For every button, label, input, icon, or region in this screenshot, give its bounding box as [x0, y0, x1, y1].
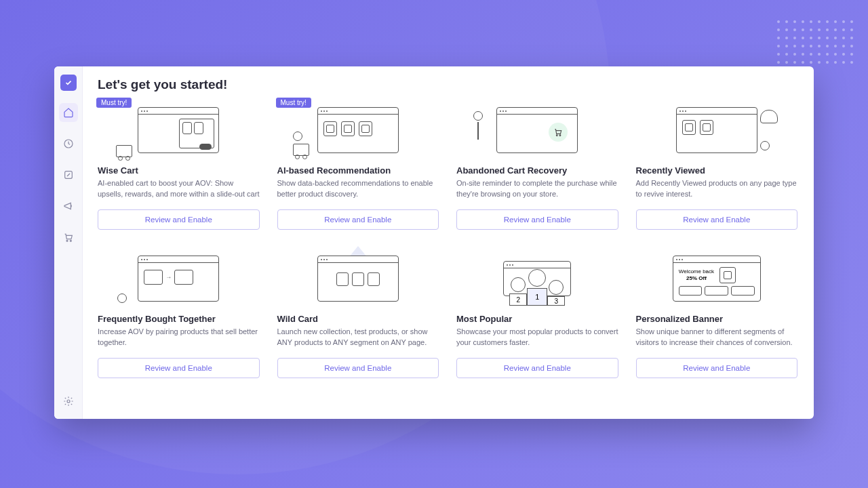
card-frequently-bought: → Frequently Bought Together Increase AO…	[98, 247, 260, 378]
sidebar	[54, 66, 83, 419]
card-wise-cart: Must try! Wise Cart AI-enabled cart to b	[98, 99, 260, 230]
card-wild-card: Wild Card Launch new collection, test pr…	[277, 247, 439, 378]
app-logo	[60, 75, 77, 91]
card-desc: On-site reminder to complete the purchas…	[456, 178, 618, 200]
nav-megaphone-icon[interactable]	[59, 197, 78, 216]
card-most-popular: 2 1 3 Most Popular Showcase your most po…	[456, 247, 618, 378]
svg-point-3	[70, 240, 71, 241]
card-recently-viewed: Recently Viewed Add Recently Viewed prod…	[636, 99, 798, 230]
nav-compass-icon[interactable]	[59, 165, 78, 184]
card-personalized-banner: Welcome back 25% Off Personalized Banner	[636, 247, 798, 378]
illustration: →	[98, 247, 260, 310]
card-title: Wise Cart	[98, 165, 260, 176]
card-abandoned-cart: Abandoned Cart Recovery On-site reminder…	[456, 99, 618, 230]
card-desc: Show data-backed recommendations to enab…	[277, 178, 439, 200]
review-enable-button[interactable]: Review and Enable	[277, 209, 439, 230]
illustration: 2 1 3	[456, 247, 618, 310]
svg-point-4	[67, 400, 70, 403]
must-try-badge: Must try!	[276, 98, 311, 108]
review-enable-button[interactable]: Review and Enable	[456, 209, 618, 230]
must-try-badge: Must try!	[96, 98, 132, 108]
card-title: Most Popular	[456, 314, 618, 324]
card-title: Frequently Bought Together	[98, 314, 260, 324]
illustration	[456, 99, 618, 161]
page-title: Let's get you started!	[98, 77, 797, 92]
main-content: Let's get you started! Must try!	[83, 66, 814, 419]
card-title: Wild Card	[277, 314, 439, 324]
card-title: Recently Viewed	[636, 165, 798, 176]
review-enable-button[interactable]: Review and Enable	[456, 358, 618, 378]
card-ai-recommendation: Must try! AI-based Recommendation Show d…	[277, 99, 439, 230]
review-enable-button[interactable]: Review and Enable	[636, 209, 798, 230]
card-desc: Show unique banner to different segments…	[636, 327, 798, 348]
card-title: Abandoned Cart Recovery	[456, 165, 618, 176]
review-enable-button[interactable]: Review and Enable	[98, 209, 260, 230]
banner-line1: Welcome back	[679, 268, 714, 275]
card-title: Personalized Banner	[636, 314, 798, 324]
card-title: AI-based Recommendation	[277, 165, 439, 176]
svg-point-6	[559, 135, 561, 136]
card-desc: AI-enabled cart to boost your AOV: Show …	[98, 178, 260, 200]
card-desc: Increase AOV by pairing products that se…	[98, 327, 260, 348]
card-desc: Launch new collection, test products, or…	[277, 327, 439, 348]
illustration: Welcome back 25% Off	[636, 247, 798, 310]
decorative-dots	[777, 20, 854, 65]
card-desc: Add Recently Viewed products on any page…	[636, 178, 798, 200]
illustration	[277, 99, 439, 161]
review-enable-button[interactable]: Review and Enable	[277, 358, 439, 378]
svg-point-2	[66, 240, 68, 241]
illustration	[636, 99, 798, 161]
svg-point-5	[557, 135, 558, 136]
illustration	[277, 247, 439, 310]
illustration	[98, 99, 260, 161]
banner-line2: 25% Off	[679, 275, 714, 282]
review-enable-button[interactable]: Review and Enable	[98, 358, 260, 378]
nav-clock-icon[interactable]	[59, 134, 78, 153]
review-enable-button[interactable]: Review and Enable	[636, 358, 798, 378]
app-panel: Let's get you started! Must try!	[54, 66, 814, 419]
features-grid: Must try! Wise Cart AI-enabled cart to b	[98, 99, 797, 378]
nav-cart-icon[interactable]	[59, 228, 78, 247]
nav-home-icon[interactable]	[59, 103, 78, 122]
card-desc: Showcase your most popular products to c…	[456, 327, 618, 348]
nav-settings-icon[interactable]	[59, 392, 78, 411]
